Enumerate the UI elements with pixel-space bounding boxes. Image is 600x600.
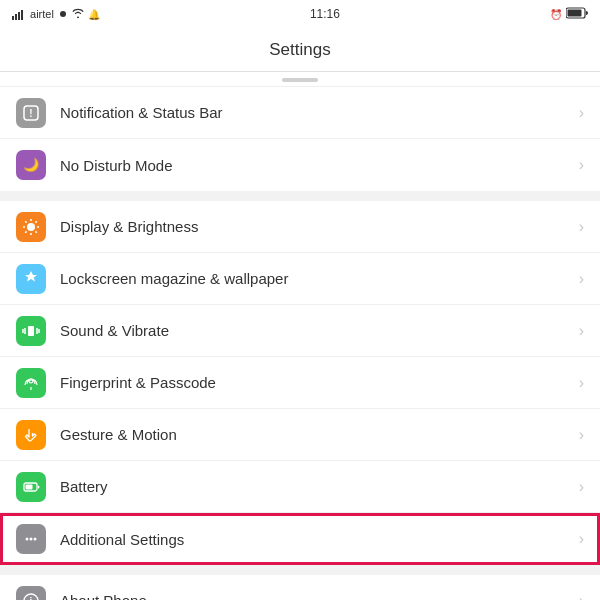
settings-item-lockscreen-wallpaper[interactable]: Lockscreen magazine & wallpaper › [0,253,600,305]
item-icon-fingerprint-passcode [16,368,46,398]
svg-rect-1 [15,14,17,20]
item-chevron-gesture-motion: › [579,426,584,444]
notification-icon: 🔔 [88,9,100,20]
item-label-fingerprint-passcode: Fingerprint & Passcode [60,374,571,391]
item-icon-no-disturb-mode: 🌙 [16,150,46,180]
settings-item-notification-status-bar[interactable]: ! Notification & Status Bar › [0,87,600,139]
item-label-no-disturb-mode: No Disturb Mode [60,157,571,174]
svg-line-16 [35,221,36,222]
section-1: ! Notification & Status Bar › 🌙 No Distu… [0,87,600,191]
section-divider-2 [0,565,600,575]
settings-item-additional-settings[interactable]: Additional Settings › [0,513,600,565]
item-chevron-no-disturb-mode: › [579,156,584,174]
svg-text:i: i [30,596,33,601]
svg-rect-5 [568,10,582,17]
item-icon-display-brightness [16,212,46,242]
svg-rect-18 [28,326,34,336]
svg-line-14 [25,221,26,222]
wifi-icon [72,8,84,20]
svg-line-15 [35,231,36,232]
status-bar: airtel 🔔 11:16 ⏰ [0,0,600,28]
item-icon-gesture-motion [16,420,46,450]
item-label-lockscreen-wallpaper: Lockscreen magazine & wallpaper [60,270,571,287]
item-chevron-battery: › [579,478,584,496]
scroll-hint-bar [282,78,318,82]
settings-item-no-disturb-mode[interactable]: 🌙 No Disturb Mode › [0,139,600,191]
item-chevron-additional-settings: › [579,530,584,548]
item-icon-battery [16,472,46,502]
item-label-display-brightness: Display & Brightness [60,218,571,235]
status-right: ⏰ [550,7,588,21]
item-icon-additional-settings [16,524,46,554]
svg-line-17 [25,231,26,232]
svg-rect-2 [18,12,20,20]
settings-item-battery[interactable]: Battery › [0,461,600,513]
svg-text:!: ! [29,108,32,119]
item-chevron-notification-status-bar: › [579,104,584,122]
status-time: 11:16 [310,7,340,21]
signal-dot [60,11,66,17]
svg-text:🌙: 🌙 [23,156,40,173]
item-icon-about-phone: i [16,586,46,601]
item-chevron-lockscreen-wallpaper: › [579,270,584,288]
item-icon-lockscreen-wallpaper [16,264,46,294]
settings-item-gesture-motion[interactable]: Gesture & Motion › [0,409,600,461]
item-chevron-about-phone: › [579,592,584,601]
svg-point-28 [34,538,37,541]
svg-point-27 [30,538,33,541]
title-bar: Settings [0,28,600,72]
item-label-battery: Battery [60,478,571,495]
svg-rect-3 [21,10,23,20]
item-chevron-sound-vibrate: › [579,322,584,340]
settings-item-sound-vibrate[interactable]: Sound & Vibrate › [0,305,600,357]
item-label-sound-vibrate: Sound & Vibrate [60,322,571,339]
battery-status-icon [566,7,588,21]
svg-point-26 [26,538,29,541]
section-2: Display & Brightness › Lockscreen magazi… [0,201,600,565]
settings-item-display-brightness[interactable]: Display & Brightness › [0,201,600,253]
item-chevron-display-brightness: › [579,218,584,236]
item-icon-notification-status-bar: ! [16,98,46,128]
item-label-gesture-motion: Gesture & Motion [60,426,571,443]
settings-item-fingerprint-passcode[interactable]: Fingerprint & Passcode › [0,357,600,409]
alarm-icon: ⏰ [550,9,562,20]
carrier-text: airtel [12,8,54,20]
item-label-additional-settings: Additional Settings [60,531,571,548]
item-label-notification-status-bar: Notification & Status Bar [60,104,571,121]
page-title: Settings [269,40,330,60]
section-3: i About Phone › System Updates › [0,575,600,600]
item-chevron-fingerprint-passcode: › [579,374,584,392]
svg-rect-25 [26,484,33,489]
item-label-about-phone: About Phone [60,592,571,600]
settings-item-about-phone[interactable]: i About Phone › [0,575,600,600]
status-left: airtel 🔔 [12,8,100,20]
section-divider-1 [0,191,600,201]
svg-point-9 [27,223,35,231]
scroll-hint [0,72,600,87]
svg-rect-0 [12,16,14,20]
item-icon-sound-vibrate [16,316,46,346]
